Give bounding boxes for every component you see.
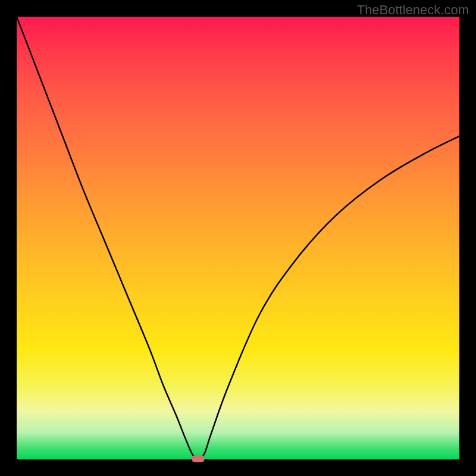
watermark-text: TheBottleneck.com: [357, 2, 469, 18]
bottleneck-curve: [17, 17, 459, 459]
minimum-marker-icon: [192, 455, 205, 462]
chart-frame: TheBottleneck.com: [0, 0, 476, 476]
plot-area: [17, 17, 459, 459]
